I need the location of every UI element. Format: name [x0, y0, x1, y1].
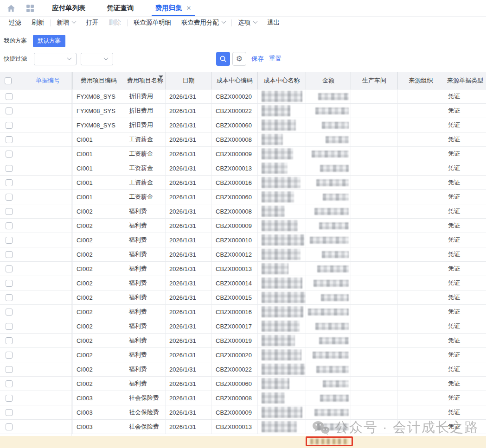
- redacted-amount: [314, 208, 349, 215]
- default-scheme-button[interactable]: 默认方案: [33, 35, 65, 47]
- row-checkbox[interactable]: [6, 323, 13, 330]
- table-row[interactable]: CI001工资薪金2026/1/31CBZX000013凭证: [0, 161, 486, 176]
- cost-center-name-cell: [258, 362, 306, 376]
- table-row[interactable]: CI002福利费2026/1/31CBZX000016凭证: [0, 305, 486, 319]
- table-row[interactable]: CI002福利费2026/1/31CBZX000019凭证: [0, 334, 486, 348]
- row-checkbox[interactable]: [6, 107, 13, 114]
- exit-button[interactable]: 退出: [267, 19, 280, 27]
- row-checkbox[interactable]: [6, 136, 13, 143]
- table-row[interactable]: CI002福利费2026/1/31CBZX000014凭证: [0, 276, 486, 290]
- table-row[interactable]: CI002福利费2026/1/31CBZX000010凭证: [0, 233, 486, 247]
- table-row[interactable]: CI002福利费2026/1/31CBZX000013凭证: [0, 262, 486, 276]
- column-header-date[interactable]: 日期: [166, 72, 212, 89]
- column-header-doc-no[interactable]: 单据编号: [23, 72, 73, 89]
- home-icon[interactable]: [6, 3, 16, 13]
- source-org-cell: [398, 362, 444, 376]
- tab-payable-list[interactable]: 应付单列表: [49, 0, 89, 16]
- expense-item-code-cell: FYXM08_SYS: [73, 89, 125, 103]
- link-source-detail-button[interactable]: 联查源单明细: [134, 19, 171, 27]
- table-row[interactable]: CI002福利费2026/1/31CBZX000060凭证: [0, 377, 486, 391]
- row-checkbox[interactable]: [6, 265, 13, 272]
- table-row[interactable]: CI003社会保险费2026/1/31CBZX000008凭证: [0, 391, 486, 405]
- table-row[interactable]: CI002福利费2026/1/31CBZX000015凭证: [0, 290, 486, 305]
- date-cell: 2026/1/31: [166, 233, 212, 247]
- row-checkbox[interactable]: [6, 309, 13, 315]
- save-link[interactable]: 保存: [251, 55, 264, 63]
- gear-icon[interactable]: ⚙: [232, 52, 246, 66]
- table-row[interactable]: CI001工资薪金2026/1/31CBZX000009凭证: [0, 147, 486, 161]
- column-header-source-doc-type[interactable]: 来源单据类型: [444, 72, 486, 89]
- expense-item-code-cell: CI002: [73, 219, 125, 233]
- column-header-expense-item-code[interactable]: 费用项目编码: [73, 72, 125, 89]
- table-row[interactable]: CI002福利费2026/1/31CBZX000017凭证: [0, 319, 486, 334]
- date-cell: 2026/1/31: [166, 133, 212, 146]
- table-row[interactable]: CI002福利费2026/1/31CBZX000022凭证: [0, 362, 486, 377]
- row-checkbox[interactable]: [6, 352, 13, 359]
- table-row[interactable]: CI002福利费2026/1/31CBZX000009凭证: [0, 219, 486, 233]
- row-checkbox[interactable]: [6, 337, 13, 344]
- table-row[interactable]: FYXM08_SYS折旧费用2026/1/31CBZX000060凭证: [0, 118, 486, 133]
- column-header-checkbox[interactable]: [0, 72, 23, 89]
- row-checkbox[interactable]: [6, 409, 13, 416]
- row-checkbox[interactable]: [6, 208, 13, 215]
- row-checkbox[interactable]: [6, 395, 13, 402]
- row-checkbox[interactable]: [6, 179, 13, 186]
- doc-no-cell: [23, 176, 73, 189]
- filter-button[interactable]: 过滤: [9, 19, 21, 27]
- column-header-amount[interactable]: 金额: [306, 72, 351, 89]
- column-header-source-org[interactable]: 来源组织: [398, 72, 444, 89]
- new-button[interactable]: 新增: [57, 19, 76, 27]
- table-row[interactable]: CI003社会保险费2026/1/31CBZX000013凭证: [0, 420, 486, 434]
- reset-link[interactable]: 重置: [269, 55, 281, 63]
- row-checkbox[interactable]: [6, 280, 13, 287]
- cost-center-name-cell: [258, 233, 306, 247]
- source-doc-type-cell: 凭证: [444, 262, 486, 276]
- table-row[interactable]: CI002福利费2026/1/31CBZX000020凭证: [0, 348, 486, 362]
- column-header-cost-center-code[interactable]: 成本中心编码: [212, 72, 258, 89]
- link-expense-allocation-button[interactable]: 联查费用分配: [181, 19, 225, 27]
- row-checkbox[interactable]: [6, 151, 13, 158]
- column-header-cost-center-name[interactable]: 成本中心名称: [258, 72, 306, 89]
- table-row[interactable]: CI002福利费2026/1/31CBZX000008凭证: [0, 204, 486, 219]
- quick-filter-select-1[interactable]: [34, 53, 77, 65]
- open-button[interactable]: 打开: [86, 19, 98, 27]
- cost-center-name-cell: [258, 405, 306, 419]
- row-checkbox[interactable]: [6, 237, 13, 244]
- filter-funnel-icon[interactable]: [159, 74, 163, 81]
- tab-expense-collection[interactable]: 费用归集✕: [153, 0, 194, 16]
- workshop-cell: [351, 377, 398, 391]
- table-row[interactable]: CI003社会保险费2026/1/31CBZX000009凭证: [0, 405, 486, 420]
- tab-close-icon[interactable]: ✕: [186, 5, 192, 11]
- table-row[interactable]: CI001工资薪金2026/1/31CBZX000016凭证: [0, 176, 486, 190]
- toolbar-button-label: 联查费用分配: [181, 19, 219, 27]
- row-checkbox[interactable]: [6, 366, 13, 373]
- table-row[interactable]: CI001工资薪金2026/1/31CBZX000060凭证: [0, 190, 486, 204]
- row-checkbox[interactable]: [6, 165, 13, 172]
- column-header-expense-item-name[interactable]: 费用项目名称: [125, 72, 166, 89]
- options-button[interactable]: 选项: [238, 19, 257, 27]
- row-checkbox[interactable]: [6, 294, 13, 301]
- row-checkbox[interactable]: [6, 194, 13, 201]
- row-checkbox[interactable]: [6, 380, 13, 387]
- row-checkbox[interactable]: [6, 93, 13, 100]
- row-checkbox[interactable]: [6, 251, 13, 258]
- select-all-checkbox[interactable]: [5, 77, 12, 84]
- table-row[interactable]: CI001工资薪金2026/1/31CBZX000008凭证: [0, 133, 486, 147]
- amount-cell: [306, 305, 351, 319]
- row-checkbox[interactable]: [6, 222, 13, 229]
- source-doc-type-cell: 凭证: [444, 219, 486, 233]
- quick-filter-select-2[interactable]: [81, 53, 113, 65]
- column-header-workshop[interactable]: 生产车间: [351, 72, 398, 89]
- tab-voucher-query[interactable]: 凭证查询: [104, 0, 137, 16]
- table-row[interactable]: CI002福利费2026/1/31CBZX000012凭证: [0, 247, 486, 262]
- source-org-cell: [398, 89, 444, 103]
- table-row[interactable]: FYXM08_SYS折旧费用2026/1/31CBZX000020凭证: [0, 89, 486, 104]
- apps-grid-icon[interactable]: [25, 3, 35, 13]
- search-button[interactable]: [216, 52, 230, 66]
- row-checkbox[interactable]: [6, 423, 13, 430]
- table-row[interactable]: FYXM08_SYS折旧费用2026/1/31CBZX000022凭证: [0, 104, 486, 118]
- row-checkbox[interactable]: [6, 122, 13, 129]
- refresh-button[interactable]: 刷新: [32, 19, 44, 27]
- redacted-amount: [317, 423, 349, 430]
- source-doc-type-cell: 凭证: [444, 276, 486, 290]
